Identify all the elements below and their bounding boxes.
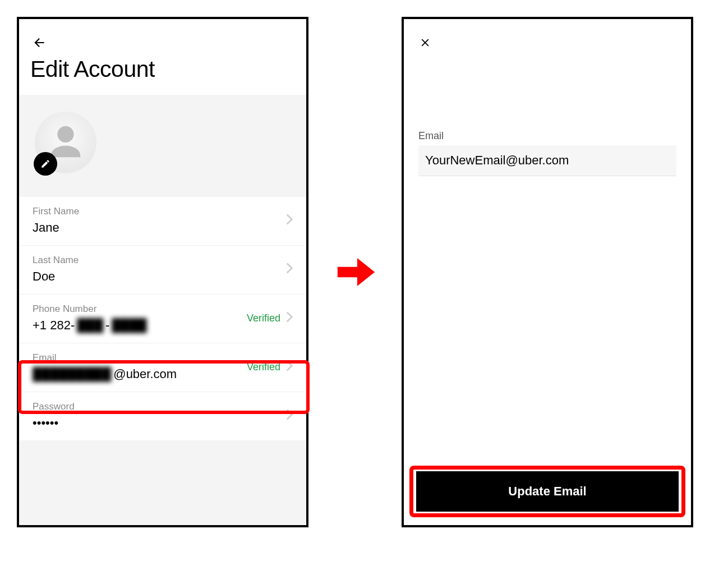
password-value: •••••• (33, 416, 286, 430)
chevron-right-icon (286, 360, 293, 374)
email-input[interactable] (418, 145, 676, 176)
email-row[interactable]: Email █████████ @uber.com Verified (19, 343, 306, 392)
pencil-icon (40, 159, 50, 169)
avatar-section (19, 95, 306, 197)
close-button[interactable] (416, 34, 434, 52)
email-field-label: Email (418, 130, 676, 142)
first-name-row[interactable]: First Name Jane (19, 197, 306, 246)
edit-account-screen: Edit Account First Name (17, 17, 308, 527)
phone-value-dash: - (105, 318, 109, 333)
last-name-row[interactable]: Last Name Doe (19, 246, 306, 295)
phone-row[interactable]: Phone Number +1 282- ███ - ████ Verified (19, 295, 306, 343)
update-email-screen: Email Update Email (402, 17, 693, 527)
page-title: Edit Account (30, 56, 295, 82)
chevron-right-icon (286, 409, 293, 422)
close-icon (419, 36, 431, 49)
update-email-button[interactable]: Update Email (416, 471, 679, 512)
edit-avatar-button[interactable] (34, 152, 57, 176)
password-row[interactable]: Password •••••• (19, 392, 306, 440)
last-name-value: Doe (33, 269, 286, 284)
phone-obscured-end: ████ (112, 318, 146, 333)
email-value-suffix: @uber.com (113, 367, 177, 381)
email-obscured-prefix: █████████ (33, 367, 111, 381)
arrow-left-icon (32, 35, 47, 50)
chevron-right-icon (286, 263, 293, 276)
svg-marker-0 (338, 258, 375, 286)
phone-value-prefix: +1 282- (33, 318, 75, 333)
phone-value: +1 282- ███ - ████ (33, 318, 247, 333)
first-name-value: Jane (33, 220, 286, 235)
email-label: Email (33, 352, 247, 364)
password-label: Password (33, 401, 286, 412)
chevron-right-icon (286, 214, 293, 227)
first-name-label: First Name (33, 206, 286, 217)
flow-arrow-icon (333, 250, 377, 294)
chevron-right-icon (286, 311, 293, 325)
email-verified-badge: Verified (247, 361, 280, 373)
email-value: █████████ @uber.com (33, 367, 247, 381)
empty-space (19, 440, 306, 525)
phone-obscured-middle: ███ (77, 318, 103, 333)
last-name-label: Last Name (33, 255, 286, 266)
phone-verified-badge: Verified (247, 312, 280, 324)
back-button[interactable] (30, 34, 48, 52)
phone-label: Phone Number (33, 304, 247, 315)
